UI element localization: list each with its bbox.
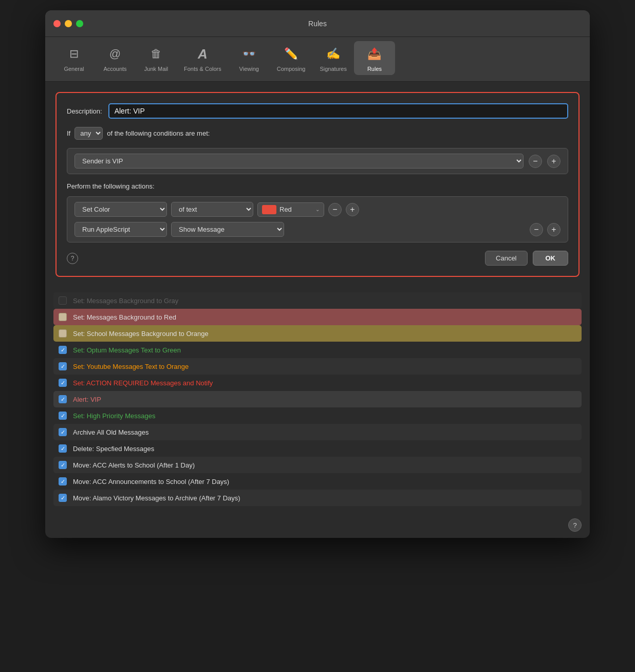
traffic-lights [53,20,83,27]
close-button[interactable] [53,20,61,27]
rule-checkbox[interactable] [59,296,67,305]
ok-button[interactable]: OK [533,251,569,266]
remove-condition-button[interactable]: − [529,155,542,168]
toolbar-item-fontscolors[interactable]: A Fonts & Colors [177,41,229,75]
toolbar-item-accounts[interactable]: @ Accounts [95,41,136,75]
rule-checkbox[interactable]: ✓ [59,346,67,354]
any-select[interactable]: any [74,127,103,140]
rule-checkbox[interactable]: ✓ [59,477,67,486]
rule-checkbox[interactable] [59,313,67,321]
rule-text: Move: Alamo Victory Messages to Archive … [73,494,240,502]
list-item[interactable]: ✓ Set: ACTION REQUIRED Messages and Noti… [53,375,582,391]
junkmail-icon: 🗑 [146,44,166,64]
signatures-icon: ✍️ [324,44,343,64]
rule-checkbox[interactable]: ✓ [59,379,67,387]
dialog-help-button[interactable]: ? [67,253,78,264]
toolbar-label-fontscolors: Fonts & Colors [184,66,221,72]
list-item[interactable]: ✓ Move: ACC Announcements to School (Aft… [53,473,582,490]
color-swatch [262,205,276,214]
color-picker-button[interactable]: Red ⌄ [257,202,324,217]
toolbar-item-junkmail[interactable]: 🗑 Junk Mail [136,41,177,75]
list-item[interactable]: ✓ Set: Youtube Messages Text to Orange [53,358,582,375]
rule-checkbox[interactable]: ✓ [59,461,67,469]
dialog-overlay: Description: If any of the following con… [45,82,590,287]
toolbar-label-rules: Rules [367,66,382,72]
fontscolors-icon: A [193,44,212,64]
condition-select[interactable]: Sender is VIP [74,154,524,169]
rule-checkbox[interactable]: ✓ [59,362,67,370]
toolbar-item-viewing[interactable]: 👓 Viewing [229,41,270,75]
rule-checkbox[interactable] [59,329,67,338]
toolbar-label-signatures: Signatures [320,66,347,72]
toolbar-item-signatures[interactable]: ✍️ Signatures [312,41,354,75]
action-row-2: Run AppleScript Show Message − + [74,222,561,237]
rule-text: Set: High Priority Messages [73,412,155,420]
rule-text: Move: ACC Alerts to School (After 1 Day) [73,461,195,469]
rules-list: Set: Messages Background to Gray Set: Me… [45,287,590,514]
general-icon: ⊟ [64,44,84,64]
action2-value-select[interactable]: Show Message [171,222,284,237]
cancel-button[interactable]: Cancel [485,251,527,266]
list-item[interactable]: ✓ Move: ACC Alerts to School (After 1 Da… [53,457,582,473]
list-item[interactable]: Set: School Messages Background to Orang… [53,325,582,342]
rules-icon: 📤 [365,44,384,64]
description-label: Description: [67,107,102,115]
condition-row: Sender is VIP − + [67,148,568,174]
rule-text: Set: Optum Messages Text to Green [73,346,181,354]
toolbar-label-accounts: Accounts [103,66,126,72]
bottom-help-button[interactable]: ? [568,518,582,532]
color-chevron-icon: ⌄ [315,207,320,212]
list-item[interactable]: ✓ Delete: Specfied Messages [53,440,582,457]
rule-text: Move: ACC Announcements to School (After… [73,478,229,486]
action1-type-select[interactable]: Set Color [74,202,167,217]
add-condition-button[interactable]: + [547,155,561,168]
description-row: Description: [67,103,568,119]
list-item[interactable]: Set: Messages Background to Gray [53,292,582,309]
actions-label: Perform the following actions: [67,182,568,190]
toolbar-item-general[interactable]: ⊟ General [53,41,95,75]
actions-container: Set Color of text Red ⌄ − + [67,196,568,242]
toolbar: ⊟ General @ Accounts 🗑 Junk Mail A Fonts… [45,37,590,82]
rule-checkbox[interactable]: ✓ [59,444,67,453]
title-bar: Rules [45,10,590,37]
rule-text: Set: Messages Background to Red [73,313,176,321]
list-item[interactable]: ✓ Set: Optum Messages Text to Green [53,342,582,358]
toolbar-item-composing[interactable]: ✏️ Composing [270,41,313,75]
rule-text: Archive All Old Messages [73,428,148,436]
rule-editor-dialog: Description: If any of the following con… [55,92,580,277]
list-item[interactable]: Set: Messages Background to Red [53,309,582,325]
rule-checkbox[interactable]: ✓ [59,412,67,420]
if-row: If any of the following conditions are m… [67,127,568,140]
rule-text: Set: Youtube Messages Text to Orange [73,363,189,370]
remove-action2-button[interactable]: − [530,223,543,236]
rule-text: Delete: Specfied Messages [73,445,154,453]
action-row-1: Set Color of text Red ⌄ − + [74,202,561,217]
description-input[interactable] [108,103,568,119]
window-title: Rules [308,20,327,28]
rule-checkbox[interactable]: ✓ [59,494,67,502]
maximize-button[interactable] [76,20,83,27]
toolbar-label-junkmail: Junk Mail [144,66,168,72]
rule-text: Set: Messages Background to Gray [73,297,178,305]
list-item[interactable]: ✓ Set: High Priority Messages [53,407,582,424]
composing-icon: ✏️ [282,44,301,64]
toolbar-label-composing: Composing [277,66,306,72]
dialog-footer: ? Cancel OK [67,251,568,266]
main-window: Rules ⊟ General @ Accounts 🗑 Junk Mail A… [45,10,590,538]
toolbar-item-rules[interactable]: 📤 Rules [354,41,395,75]
footer-buttons: Cancel OK [485,251,568,266]
action2-type-select[interactable]: Run AppleScript [74,222,167,237]
toolbar-label-general: General [64,66,84,72]
remove-action1-button[interactable]: − [328,203,342,216]
list-item[interactable]: ✓ Alert: VIP [53,391,582,407]
rule-checkbox[interactable]: ✓ [59,395,67,403]
list-item[interactable]: ✓ Archive All Old Messages [53,424,582,440]
action1-of-select[interactable]: of text [171,202,253,217]
add-action2-button[interactable]: + [547,223,561,236]
rule-checkbox[interactable]: ✓ [59,428,67,436]
if-label: If [67,129,70,137]
color-label: Red [279,206,312,213]
minimize-button[interactable] [65,20,72,27]
add-action1-button[interactable]: + [346,203,359,216]
list-item[interactable]: ✓ Move: Alamo Victory Messages to Archiv… [53,490,582,506]
